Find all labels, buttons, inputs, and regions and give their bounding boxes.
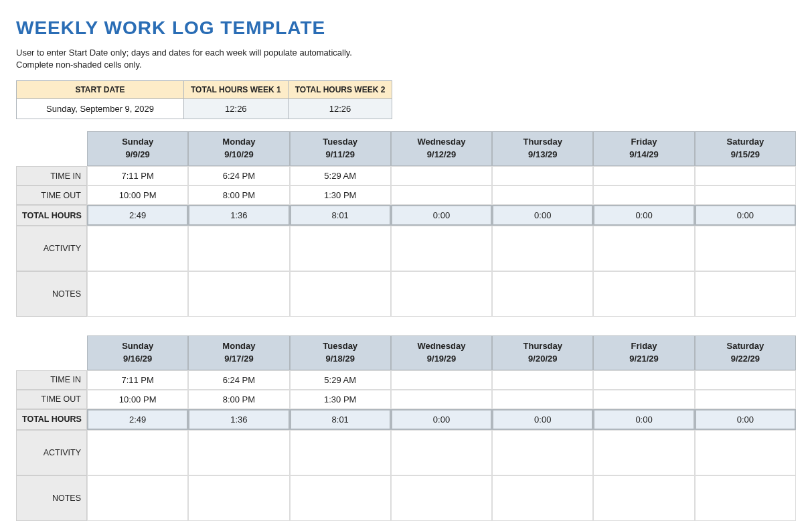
- time-out-cell[interactable]: 8:00 PM: [188, 390, 289, 409]
- time-in-cell[interactable]: [391, 166, 492, 185]
- day-header-wed: Wednesday9/19/29: [391, 335, 492, 370]
- day-header-sat: Saturday9/15/29: [695, 131, 796, 166]
- corner-cell: [16, 335, 87, 370]
- total-hours-week1: 12:26: [184, 99, 289, 119]
- activity-cell[interactable]: [593, 430, 694, 475]
- time-in-cell[interactable]: [391, 370, 492, 390]
- day-header-thu: Thursday9/13/29: [492, 131, 593, 166]
- activity-cell[interactable]: [290, 430, 391, 475]
- time-in-cell[interactable]: [492, 370, 593, 390]
- total-hours-week2: 12:26: [288, 99, 392, 119]
- time-in-cell[interactable]: [695, 166, 796, 185]
- instructions-line-2: Complete non-shaded cells only.: [16, 60, 142, 70]
- time-out-cell[interactable]: 1:30 PM: [290, 390, 391, 409]
- time-out-cell[interactable]: [695, 390, 796, 409]
- notes-cell[interactable]: [593, 271, 694, 317]
- day-header-mon: Monday9/10/29: [188, 131, 289, 166]
- total-hours-cell: 8:01: [290, 409, 391, 430]
- notes-cell[interactable]: [290, 271, 391, 317]
- time-in-cell[interactable]: [593, 370, 694, 390]
- time-in-cell[interactable]: 5:29 AM: [290, 166, 391, 185]
- page-title: WEEKLY WORK LOG TEMPLATE: [16, 17, 796, 39]
- activity-cell[interactable]: [593, 226, 694, 271]
- summary-header-start-date: START DATE: [17, 81, 184, 99]
- activity-cell[interactable]: [87, 430, 188, 475]
- total-hours-cell: 1:36: [188, 409, 289, 430]
- week1-table: Sunday9/9/29 Monday9/10/29 Tuesday9/11/2…: [16, 131, 796, 317]
- day-header-mon: Monday9/17/29: [188, 335, 289, 370]
- activity-cell[interactable]: [290, 226, 391, 271]
- activity-cell[interactable]: [695, 226, 796, 271]
- notes-cell[interactable]: [593, 475, 694, 521]
- time-out-cell[interactable]: [391, 185, 492, 205]
- week2-table: Sunday9/16/29 Monday9/17/29 Tuesday9/18/…: [16, 335, 796, 521]
- day-header-tue: Tuesday9/11/29: [290, 131, 391, 166]
- time-in-cell[interactable]: 7:11 PM: [87, 370, 188, 390]
- row-label-time-in: TIME IN: [16, 166, 87, 185]
- notes-cell[interactable]: [391, 475, 492, 521]
- notes-cell[interactable]: [492, 271, 593, 317]
- time-out-cell[interactable]: [492, 390, 593, 409]
- row-label-activity: ACTIVITY: [16, 226, 87, 271]
- time-out-cell[interactable]: 1:30 PM: [290, 185, 391, 205]
- activity-cell[interactable]: [188, 226, 289, 271]
- time-in-cell[interactable]: 7:11 PM: [87, 166, 188, 185]
- total-hours-cell: 0:00: [593, 409, 694, 430]
- notes-cell[interactable]: [695, 271, 796, 317]
- total-hours-cell: 0:00: [391, 205, 492, 226]
- time-out-cell[interactable]: 8:00 PM: [188, 185, 289, 205]
- time-in-cell[interactable]: 5:29 AM: [290, 370, 391, 390]
- time-in-cell[interactable]: [593, 166, 694, 185]
- time-in-cell[interactable]: 6:24 PM: [188, 370, 289, 390]
- activity-cell[interactable]: [87, 226, 188, 271]
- time-out-cell[interactable]: [593, 185, 694, 205]
- notes-cell[interactable]: [188, 271, 289, 317]
- row-label-notes: NOTES: [16, 271, 87, 317]
- start-date-cell[interactable]: Sunday, September 9, 2029: [17, 99, 184, 119]
- activity-cell[interactable]: [391, 430, 492, 475]
- day-header-wed: Wednesday9/12/29: [391, 131, 492, 166]
- time-out-cell[interactable]: [593, 390, 694, 409]
- row-label-time-in: TIME IN: [16, 370, 87, 390]
- day-header-tue: Tuesday9/18/29: [290, 335, 391, 370]
- time-in-cell[interactable]: [695, 370, 796, 390]
- total-hours-cell: 0:00: [695, 409, 796, 430]
- total-hours-cell: 0:00: [391, 409, 492, 430]
- time-in-cell[interactable]: 6:24 PM: [188, 166, 289, 185]
- day-header-sun: Sunday9/16/29: [87, 335, 188, 370]
- activity-cell[interactable]: [492, 226, 593, 271]
- day-header-thu: Thursday9/20/29: [492, 335, 593, 370]
- notes-cell[interactable]: [391, 271, 492, 317]
- activity-cell[interactable]: [391, 226, 492, 271]
- notes-cell[interactable]: [87, 475, 188, 521]
- row-label-notes: NOTES: [16, 475, 87, 521]
- day-header-sun: Sunday9/9/29: [87, 131, 188, 166]
- total-hours-cell: 2:49: [87, 205, 188, 226]
- day-header-sat: Saturday9/22/29: [695, 335, 796, 370]
- time-out-cell[interactable]: 10:00 PM: [87, 185, 188, 205]
- total-hours-cell: 8:01: [290, 205, 391, 226]
- row-label-time-out: TIME OUT: [16, 185, 87, 205]
- notes-cell[interactable]: [492, 475, 593, 521]
- total-hours-cell: 0:00: [492, 409, 593, 430]
- summary-header-week2: TOTAL HOURS WEEK 2: [288, 81, 392, 99]
- row-label-total-hours: TOTAL HOURS: [16, 409, 87, 430]
- time-out-cell[interactable]: 10:00 PM: [87, 390, 188, 409]
- time-out-cell[interactable]: [391, 390, 492, 409]
- total-hours-cell: 1:36: [188, 205, 289, 226]
- activity-cell[interactable]: [695, 430, 796, 475]
- time-out-cell[interactable]: [492, 185, 593, 205]
- row-label-time-out: TIME OUT: [16, 390, 87, 409]
- day-header-fri: Friday9/14/29: [593, 131, 694, 166]
- summary-table: START DATE TOTAL HOURS WEEK 1 TOTAL HOUR…: [16, 80, 392, 119]
- time-out-cell[interactable]: [695, 185, 796, 205]
- notes-cell[interactable]: [695, 475, 796, 521]
- time-in-cell[interactable]: [492, 166, 593, 185]
- day-header-fri: Friday9/21/29: [593, 335, 694, 370]
- notes-cell[interactable]: [290, 475, 391, 521]
- activity-cell[interactable]: [188, 430, 289, 475]
- notes-cell[interactable]: [87, 271, 188, 317]
- activity-cell[interactable]: [492, 430, 593, 475]
- notes-cell[interactable]: [188, 475, 289, 521]
- total-hours-cell: 0:00: [695, 205, 796, 226]
